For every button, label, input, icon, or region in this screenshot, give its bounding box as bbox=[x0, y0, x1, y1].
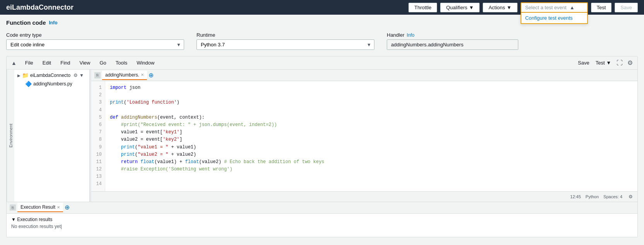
editor-body: Environment ▶ 📁 eiLambdaConnecto ⚙ ▼ 🔷 bbox=[7, 70, 637, 202]
env-tree-content: ▶ 📁 eiLambdaConnecto ⚙ ▼ 🔷 addingNumbers… bbox=[14, 70, 89, 90]
menu-window[interactable]: Window bbox=[134, 58, 157, 67]
tab-adding-numbers[interactable]: addingNumbers. ✕ bbox=[102, 71, 147, 80]
execution-panel: ⎘ Execution Result ✕ ⊕ ▼ Execution resul… bbox=[7, 202, 637, 237]
exec-tab-label: Execution Result bbox=[20, 204, 55, 210]
project-gear-dropdown[interactable]: ▼ bbox=[79, 73, 84, 78]
code-line-11: return float(value1) + float(value2) # E… bbox=[110, 158, 633, 166]
form-row: Code entry type Edit code inline ▼ Runti… bbox=[6, 32, 638, 50]
runtime-group: Runtime Python 3.7 ▼ bbox=[196, 32, 374, 50]
execution-tabs: ⎘ Execution Result ✕ ⊕ bbox=[7, 202, 637, 214]
configure-test-events-item[interactable]: Configure test events bbox=[521, 13, 587, 23]
copy-icon: ⎘ bbox=[94, 72, 101, 78]
project-name: eiLambdaConnecto bbox=[30, 73, 70, 78]
collapse-icon[interactable]: ▲ bbox=[10, 58, 18, 68]
exec-tab-close-icon[interactable]: ✕ bbox=[57, 205, 60, 209]
tab-label: addingNumbers. bbox=[105, 72, 139, 78]
editor-toolbar: ▲ File Edit Find View Go Tools Window Sa… bbox=[7, 56, 637, 70]
save-button[interactable]: Save bbox=[615, 3, 638, 12]
code-line-1: import json bbox=[110, 84, 633, 92]
exec-section-title: ▼ Execution results bbox=[11, 217, 633, 222]
environment-label: Environment bbox=[7, 70, 14, 202]
runtime-label: Runtime bbox=[196, 32, 374, 38]
app-title: eiLambdaConnector bbox=[6, 3, 408, 12]
project-settings-icon[interactable]: ⚙ bbox=[73, 73, 78, 78]
code-tabs: ⎘ addingNumbers. ✕ ⊕ bbox=[91, 70, 637, 81]
code-line-3: print('Loading function') bbox=[110, 99, 633, 106]
code-line-8: value2 = event['key2'] bbox=[110, 136, 633, 143]
settings-icon[interactable]: ⚙ bbox=[626, 58, 634, 68]
execution-content: ▼ Execution results No execution results… bbox=[7, 214, 637, 237]
execution-result-tab[interactable]: Execution Result ✕ bbox=[17, 203, 63, 212]
code-line-10: print("value2 = " + value2) bbox=[110, 151, 633, 158]
tab-close-icon[interactable]: ✕ bbox=[141, 73, 144, 77]
code-area: ⎘ addingNumbers. ✕ ⊕ 12345 678910 111213… bbox=[91, 70, 637, 202]
code-entry-type-label: Code entry type bbox=[6, 32, 184, 38]
tree-arrow-icon: ▶ bbox=[17, 73, 20, 78]
status-spaces: Spaces: 4 bbox=[603, 194, 622, 199]
status-settings-icon[interactable]: ⚙ bbox=[627, 192, 634, 201]
test-event-select-wrapper: Select a test event ▲ Configure test eve… bbox=[521, 2, 588, 13]
qualifiers-arrow-icon: ▼ bbox=[469, 5, 474, 10]
qualifiers-button[interactable]: Qualifiers ▼ bbox=[440, 3, 480, 12]
code-entry-type-group: Code entry type Edit code inline ▼ bbox=[6, 32, 184, 50]
menu-edit[interactable]: Edit bbox=[40, 58, 53, 67]
test-dropdown-arrow: ▼ bbox=[606, 60, 611, 66]
code-line-9: print("value1 = " + value1) bbox=[110, 144, 633, 151]
code-line-7: value1 = event['key1'] bbox=[110, 129, 633, 136]
status-language: Python bbox=[586, 194, 599, 199]
throttle-button[interactable]: Throttle bbox=[408, 3, 437, 12]
code-line-6: #print("Received event: " + json.dumps(e… bbox=[110, 121, 633, 129]
editor-test-button[interactable]: Test ▼ bbox=[593, 58, 613, 67]
fullscreen-icon[interactable]: ⛶ bbox=[615, 58, 624, 68]
menu-file[interactable]: File bbox=[23, 58, 36, 67]
file-item[interactable]: 🔷 addingNumbers.py bbox=[16, 80, 88, 88]
code-entry-type-select-wrapper: Edit code inline ▼ bbox=[6, 39, 184, 50]
code-content[interactable]: 12345 678910 11121314 import json print(… bbox=[91, 81, 637, 191]
runtime-select-wrapper: Python 3.7 ▼ bbox=[196, 39, 374, 50]
file-icon: 🔷 bbox=[25, 81, 32, 87]
function-code-info-link[interactable]: Info bbox=[49, 20, 58, 26]
top-header: eiLambdaConnector Throttle Qualifiers ▼ … bbox=[0, 0, 644, 15]
editor-save-button[interactable]: Save bbox=[576, 58, 592, 67]
function-code-title: Function code bbox=[6, 19, 46, 26]
line-numbers: 12345 678910 11121314 bbox=[91, 81, 105, 191]
handler-label: Handler Info bbox=[387, 32, 638, 38]
runtime-select[interactable]: Python 3.7 bbox=[196, 39, 374, 50]
editor-toolbar-right: Save Test ▼ ⛶ ⚙ bbox=[576, 58, 634, 68]
menu-find[interactable]: Find bbox=[58, 58, 72, 67]
exec-add-tab-icon[interactable]: ⊕ bbox=[65, 204, 70, 211]
test-button[interactable]: Test bbox=[591, 3, 612, 12]
menu-tools[interactable]: Tools bbox=[113, 58, 130, 67]
exec-copy-icon: ⎘ bbox=[10, 204, 16, 211]
status-bar: 12:45 Python Spaces: 4 ⚙ bbox=[91, 191, 637, 202]
project-folder-item[interactable]: ▶ 📁 eiLambdaConnecto ⚙ ▼ bbox=[16, 71, 88, 80]
handler-info-link[interactable]: Info bbox=[407, 32, 415, 38]
test-event-dropdown: Configure test events bbox=[521, 13, 588, 24]
exec-empty-message: No execution results yet| bbox=[11, 224, 633, 229]
add-tab-icon[interactable]: ⊕ bbox=[149, 72, 154, 78]
test-event-arrow-icon: ▲ bbox=[570, 5, 575, 10]
menu-view[interactable]: View bbox=[77, 58, 93, 67]
code-entry-type-select[interactable]: Edit code inline bbox=[6, 39, 184, 50]
status-time: 12:45 bbox=[570, 194, 581, 199]
code-line-2 bbox=[110, 92, 633, 99]
main-content: Function code Info Code entry type Edit … bbox=[0, 15, 644, 242]
env-container: Environment ▶ 📁 eiLambdaConnecto ⚙ ▼ 🔷 bbox=[7, 70, 90, 202]
folder-icon: 📁 bbox=[22, 72, 29, 78]
file-name: addingNumbers.py bbox=[33, 81, 72, 87]
menu-go[interactable]: Go bbox=[97, 58, 108, 67]
editor-panel: ▲ File Edit Find View Go Tools Window Sa… bbox=[6, 56, 638, 237]
header-actions: Throttle Qualifiers ▼ Actions ▼ Select a… bbox=[408, 2, 638, 13]
handler-input[interactable] bbox=[387, 39, 518, 50]
code-lines[interactable]: import json print('Loading function') de… bbox=[105, 81, 637, 191]
code-line-12: #raise Exception('Something went wrong') bbox=[110, 166, 633, 173]
env-sidebar: ▶ 📁 eiLambdaConnecto ⚙ ▼ 🔷 addingNumbers… bbox=[14, 70, 90, 202]
actions-button[interactable]: Actions ▼ bbox=[483, 3, 518, 12]
test-event-select[interactable]: Select a test event ▲ bbox=[521, 2, 588, 13]
handler-group: Handler Info bbox=[387, 32, 638, 50]
code-line-5: def addingNumbers(event, context): bbox=[110, 114, 633, 121]
actions-arrow-icon: ▼ bbox=[507, 5, 512, 10]
code-line-13 bbox=[110, 173, 633, 180]
code-line-4 bbox=[110, 107, 633, 114]
code-line-14 bbox=[110, 180, 633, 188]
